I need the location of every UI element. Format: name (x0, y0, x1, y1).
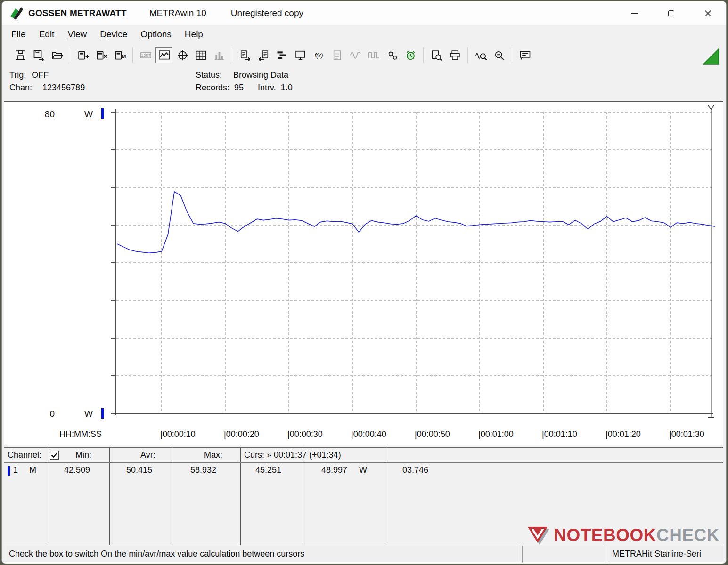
open-file-icon (51, 49, 63, 61)
header-channel: Channel: (8, 450, 41, 460)
monitor-view-icon (294, 49, 306, 61)
title-bar: GOSSEN METRAWATT METRAwin 10 Unregistere… (2, 1, 726, 25)
menu-device[interactable]: Device (93, 27, 134, 42)
import-data-button[interactable] (255, 47, 272, 63)
chan-value: 123456789 (42, 83, 85, 92)
save-file-icon (15, 49, 26, 61)
print-button[interactable] (446, 47, 463, 63)
import-data-icon (258, 49, 270, 61)
maximize-button[interactable] (653, 1, 689, 25)
waveform-a-button (347, 47, 364, 63)
cell-channel: 1 (13, 465, 18, 475)
y-max-label: 80 (45, 109, 55, 119)
table-view-icon (195, 49, 207, 61)
y-unit-bottom: W (84, 409, 93, 419)
chart-canvas[interactable]: 80W0WHH:MM:SS|00:00:10|00:00:20|00:00:30… (4, 102, 723, 445)
statusbar-hint: Check the box to switch On the min/avr/m… (4, 546, 520, 563)
menu-options[interactable]: Options (134, 27, 178, 42)
zoom-signal-icon (475, 49, 487, 61)
svg-text:f(x): f(x) (314, 52, 323, 58)
intrv-label: Intrv. (258, 83, 276, 92)
alarm-clock-button[interactable] (402, 47, 419, 63)
toolbar-group: 1257 (133, 47, 232, 63)
monitor-view-button[interactable] (292, 47, 309, 63)
device-read-icon (77, 49, 89, 61)
annotation-button[interactable] (516, 47, 533, 63)
chan-label: Chan: (9, 83, 32, 92)
cell-avr: 50.415 (126, 465, 152, 475)
cell-max: 58.932 (190, 465, 216, 475)
formula-button[interactable]: f(x) (310, 47, 327, 63)
timeline-view-button[interactable] (273, 47, 290, 63)
print-preview-icon (431, 49, 442, 61)
print-icon (449, 49, 461, 61)
scope-view-button[interactable] (174, 47, 191, 63)
menu-edit[interactable]: Edit (33, 27, 61, 42)
channel-marker-top (101, 108, 104, 119)
cursor-handle[interactable] (708, 105, 714, 417)
statusbar-device: METRAHit Starline-Seri (607, 546, 723, 563)
timeline-view-icon (276, 49, 288, 61)
alarm-clock-icon (405, 49, 417, 61)
minimize-button[interactable] (616, 1, 653, 25)
toolbar-group (424, 47, 468, 63)
export-data-button[interactable] (237, 47, 254, 63)
y-min-label: 0 (49, 409, 55, 419)
scope-view-icon (177, 49, 188, 61)
cell-delta: 03.746 (402, 465, 428, 475)
x-tick-label: |00:00:40 (351, 429, 386, 439)
device-settings-icon (386, 49, 398, 61)
bargraph-view-icon (213, 49, 225, 61)
trend-view-button[interactable] (155, 47, 172, 63)
menu-view[interactable]: View (61, 27, 93, 42)
x-tick-label: |00:00:30 (287, 429, 323, 439)
acquisition-status: Trig:OFF Status:Browsing Data Chan:12345… (9, 70, 719, 98)
waveform-b-icon (368, 49, 380, 61)
waveform-b-button (365, 47, 382, 63)
cell-cursor-a: 45.251 (255, 465, 281, 475)
save-as-button[interactable] (30, 47, 47, 63)
menu-help[interactable]: Help (178, 27, 210, 42)
cursor-top-marker-icon[interactable] (708, 105, 714, 109)
zoom-reset-button[interactable] (491, 47, 507, 63)
bargraph-view-button (211, 47, 228, 63)
open-file-button[interactable] (49, 47, 65, 63)
maximize-icon (668, 10, 674, 16)
device-settings-button[interactable] (384, 47, 401, 63)
device-read-button[interactable] (74, 47, 91, 63)
zoom-signal-button[interactable] (472, 47, 489, 63)
license-label: Unregistered copy (231, 8, 303, 18)
close-button[interactable] (689, 1, 726, 25)
save-file-button[interactable] (12, 47, 29, 63)
header-cursor: Curs: » 00:01:37 (+01:34) (244, 450, 341, 460)
chart-panel[interactable]: 80W0WHH:MM:SS|00:00:10|00:00:20|00:00:30… (4, 101, 723, 445)
trend-view-icon (158, 49, 170, 61)
watermark-text-gray: CHECK (656, 525, 720, 545)
close-icon (704, 10, 712, 17)
status-value: Browsing Data (233, 70, 288, 80)
records-label: Records: (196, 83, 229, 92)
device-memory-button[interactable]: M (111, 47, 128, 63)
cell-cursor-b: 48.997 (321, 465, 347, 475)
device-stop-button[interactable] (93, 47, 110, 63)
cell-unit: W (359, 465, 367, 475)
numeric-display-button: 1257 (137, 47, 154, 63)
save-as-icon (33, 49, 45, 61)
table-view-button[interactable] (192, 47, 209, 63)
resize-grip-icon[interactable] (703, 48, 720, 65)
brand-title: GOSSEN METRAWATT (28, 8, 127, 18)
cell-mode: M (29, 465, 36, 475)
annotation-icon (519, 49, 531, 61)
print-preview-button[interactable] (428, 47, 445, 63)
checkmark-icon (51, 452, 58, 459)
cell-min: 42.509 (64, 465, 90, 475)
minmax-checkbox[interactable] (50, 451, 59, 460)
menu-file[interactable]: File (5, 27, 33, 42)
channel-color-chip (8, 466, 10, 476)
toolbar-group (468, 47, 512, 63)
y-unit-top: W (84, 109, 93, 119)
header-avr: Avr: (140, 450, 155, 460)
notebookcheck-watermark: NOTEBOOKCHECK (527, 525, 720, 546)
zoom-reset-icon (493, 49, 505, 61)
header-divider (4, 462, 723, 463)
